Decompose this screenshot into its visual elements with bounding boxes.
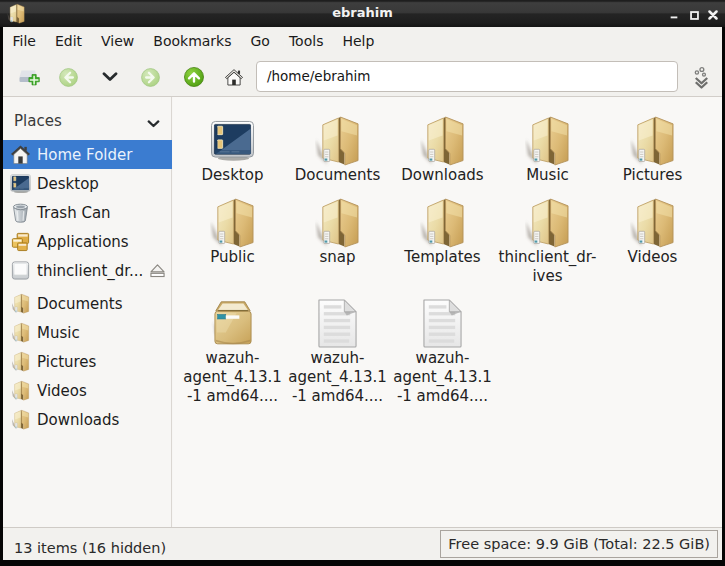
sidebar-item-documents[interactable]: Documents: [3, 289, 172, 318]
file-item-documents[interactable]: Documents: [285, 114, 390, 185]
file-item-label-line: Videos: [628, 248, 678, 266]
jump-to-location-button[interactable]: [686, 62, 716, 92]
chevron-down-icon: [102, 72, 118, 82]
eject-button[interactable]: [149, 263, 166, 281]
sidebar-item-applications[interactable]: Applications: [3, 227, 172, 256]
folder-icon: [413, 114, 473, 166]
desktop-icon: [210, 120, 255, 161]
file-item-label: Public: [210, 248, 254, 267]
menu-help[interactable]: Help: [333, 27, 384, 56]
menu-file[interactable]: File: [3, 27, 45, 56]
sidebar-item-label: Trash Can: [37, 204, 111, 222]
history-dropdown-button[interactable]: [95, 62, 125, 92]
minimize-icon: [670, 11, 678, 19]
places-list: Home FolderDesktopTrash CanApplicationst…: [3, 140, 172, 434]
file-item-public[interactable]: Public: [180, 196, 285, 286]
file-item-desktop[interactable]: Desktop: [180, 114, 285, 185]
minimize-button[interactable]: [663, 3, 685, 27]
status-bar: 13 items (16 hidden) Free space: 9.9 GiB…: [3, 527, 722, 560]
file-item-music[interactable]: Music: [495, 114, 600, 185]
sidebar-item-label: Music: [37, 324, 80, 342]
sidebar-item-label: Applications: [37, 233, 129, 251]
maximize-icon: [690, 11, 699, 20]
folder-icon: [308, 196, 368, 248]
eject-icon: [149, 263, 166, 278]
file-item-label-line: -1 amd64....: [187, 387, 278, 405]
new-tab-icon: [17, 65, 43, 89]
file-item-label-line: Pictures: [623, 166, 682, 184]
titlebar[interactable]: ebrahim: [0, 0, 725, 27]
home-icon: [224, 68, 244, 86]
sidebar-item-pictures[interactable]: Pictures: [3, 347, 172, 376]
file-item-label: wazuh-agent_4.13.1-1 amd64....: [393, 349, 492, 406]
file-item-label-line: wazuh-: [206, 349, 260, 367]
sidebar-item-videos[interactable]: Videos: [3, 376, 172, 405]
file-item-wazuh-agent-4-13-1-1-amd64[interactable]: wazuh-agent_4.13.1-1 amd64....: [285, 297, 390, 406]
file-item-label: wazuh-agent_4.13.1-1 amd64....: [183, 349, 282, 406]
file-item-label-line: wazuh-: [311, 349, 365, 367]
back-button[interactable]: [53, 62, 83, 92]
chevron-down-icon[interactable]: [147, 115, 160, 131]
desktop-icon: [203, 114, 263, 166]
trash-icon: [10, 202, 31, 223]
folder-icon: [10, 322, 31, 343]
sidebar-item-desktop[interactable]: Desktop: [3, 169, 172, 198]
sidebar-item-home-folder[interactable]: Home Folder: [3, 140, 172, 169]
menu-bookmarks[interactable]: Bookmarks: [144, 27, 241, 56]
folder-icon: [623, 196, 683, 248]
file-item-label: Music: [526, 166, 569, 185]
menu-go[interactable]: Go: [241, 27, 279, 56]
home-button[interactable]: [219, 62, 249, 92]
places-header[interactable]: Places: [3, 108, 172, 134]
file-grid-row: PublicsnapTemplatesthinclient_dr-ivesVid…: [173, 196, 722, 286]
file-item-snap[interactable]: snap: [285, 196, 390, 286]
forward-button[interactable]: [135, 62, 165, 92]
folder-icon: [203, 196, 263, 248]
toolbar: /home/ebrahim: [3, 56, 722, 97]
folder-icon: [10, 293, 31, 314]
file-item-thinclient-dr-ives[interactable]: thinclient_dr-ives: [495, 196, 600, 286]
document-icon: [317, 298, 358, 349]
sidebar-item-downloads[interactable]: Downloads: [3, 405, 172, 434]
file-item-label-line: agent_4.13.1: [183, 368, 282, 386]
folder-icon: [413, 196, 473, 248]
file-manager-window: ebrahim FileEditViewBookmarksGoToolsHelp…: [0, 0, 725, 566]
file-item-label-line: Desktop: [202, 166, 264, 184]
address-bar-input[interactable]: /home/ebrahim: [256, 61, 678, 92]
forward-icon: [140, 67, 161, 88]
menu-tools[interactable]: Tools: [279, 27, 333, 56]
file-item-videos[interactable]: Videos: [600, 196, 705, 286]
sidebar-item-label: thinclient_dr...: [37, 262, 143, 280]
close-button[interactable]: [702, 3, 724, 27]
folder-icon: [525, 114, 570, 167]
file-item-label-line: Music: [526, 166, 569, 184]
file-item-label-line: ives: [532, 267, 562, 285]
folder-icon: [210, 196, 255, 249]
menu-view[interactable]: View: [92, 27, 144, 56]
menu-edit[interactable]: Edit: [45, 27, 91, 56]
applications-icon: [10, 231, 31, 252]
sidebar-item-thinclient-dr[interactable]: thinclient_dr...: [3, 256, 172, 285]
file-grid-row: DesktopDocumentsDownloadsMusicPictures: [173, 114, 722, 185]
file-item-wazuh-agent-4-13-1-1-amd64[interactable]: wazuh-agent_4.13.1-1 amd64....: [180, 297, 285, 406]
folder-icon: [10, 351, 31, 372]
new-tab-button[interactable]: [15, 62, 45, 92]
file-item-label: Videos: [628, 248, 678, 267]
window-body: Places Home FolderDesktopTrash CanApplic…: [3, 97, 722, 527]
file-item-label-line: snap: [319, 248, 355, 266]
file-item-label-line: Documents: [295, 166, 381, 184]
sidebar-item-label: Videos: [37, 382, 87, 400]
file-item-templates[interactable]: Templates: [390, 196, 495, 286]
file-item-pictures[interactable]: Pictures: [600, 114, 705, 185]
items-count-text: 13 items (16 hidden): [14, 532, 166, 564]
file-item-label: snap: [319, 248, 355, 267]
document-icon: [413, 297, 473, 349]
file-item-wazuh-agent-4-13-1-1-amd64[interactable]: wazuh-agent_4.13.1-1 amd64....: [390, 297, 495, 406]
sidebar-item-trash-can[interactable]: Trash Can: [3, 198, 172, 227]
folder-icon: [420, 196, 465, 249]
sidebar-item-music[interactable]: Music: [3, 318, 172, 347]
up-button[interactable]: [179, 62, 209, 92]
drive-icon: [10, 260, 31, 281]
file-list-view[interactable]: DesktopDocumentsDownloadsMusicPicturesPu…: [173, 97, 722, 527]
file-item-downloads[interactable]: Downloads: [390, 114, 495, 185]
